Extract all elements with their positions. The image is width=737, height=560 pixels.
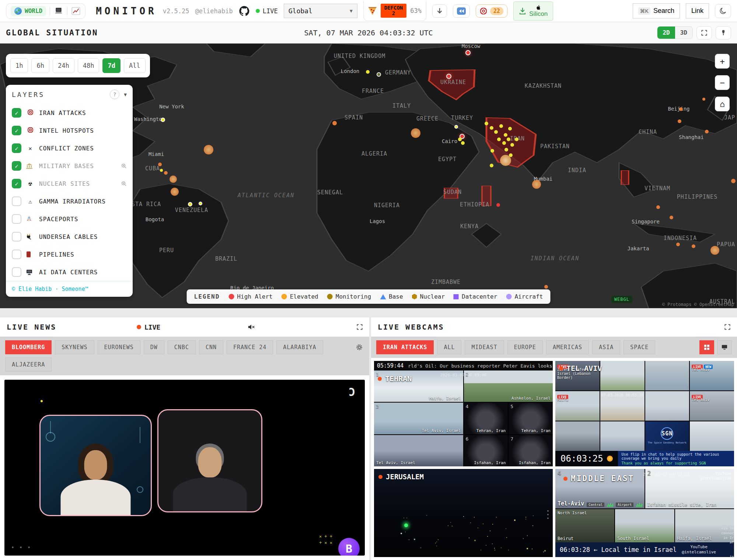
- layer-checkbox[interactable]: [12, 267, 21, 277]
- map-marker-yellow[interactable]: [497, 138, 501, 141]
- webcams-fullscreen-button[interactable]: [724, 323, 731, 331]
- layer-checkbox[interactable]: ✓: [12, 108, 21, 118]
- webcam-cell[interactable]: [690, 421, 734, 451]
- layer-item-pipelines[interactable]: PIPELINES: [6, 246, 133, 263]
- download-data-button[interactable]: [432, 4, 447, 18]
- layer-item-nuclear-sites[interactable]: ✓☢NUCLEAR SITES: [6, 175, 133, 192]
- map-marker-ringyellow[interactable]: [161, 118, 165, 122]
- author-handle[interactable]: @eliehabib: [195, 7, 233, 15]
- conflict-zone[interactable]: [482, 186, 491, 206]
- map-marker-yellow[interactable]: [458, 138, 462, 141]
- conflict-zone[interactable]: [444, 188, 458, 198]
- map-marker-yellow[interactable]: [502, 141, 506, 145]
- webcam-cell[interactable]: 3Tel Aviv, Israel: [374, 403, 463, 434]
- news-channel-cnbc[interactable]: CNBC: [168, 340, 196, 354]
- world-tab[interactable]: WORLD: [11, 6, 46, 16]
- map-marker-orange[interactable]: [676, 243, 680, 246]
- webcam-cell[interactable]: 7Isfahan, Iran: [509, 435, 553, 466]
- dark-mode-toggle[interactable]: [715, 4, 731, 18]
- layer-checkbox[interactable]: [12, 196, 21, 206]
- map-marker-yellow[interactable]: [504, 133, 507, 137]
- layer-item-spaceports[interactable]: SPACEPORTS: [6, 210, 133, 228]
- news-channel-bloomberg[interactable]: BLOOMBERG: [5, 340, 52, 354]
- map-marker-orange[interactable]: [731, 179, 736, 183]
- news-settings-button[interactable]: [355, 343, 363, 351]
- webcam-cell[interactable]: [600, 421, 645, 451]
- news-channel-cnn[interactable]: CNN: [199, 340, 223, 354]
- map-marker-yellow[interactable]: [504, 148, 508, 152]
- map-marker-elev[interactable]: [411, 128, 420, 138]
- news-channel-dw[interactable]: DW: [144, 340, 164, 354]
- news-fullscreen-button[interactable]: [356, 323, 363, 331]
- news-channel-alarabiya[interactable]: ALARABIYA: [276, 340, 323, 354]
- map-marker-highsm[interactable]: [496, 203, 500, 207]
- mute-button[interactable]: [247, 323, 255, 331]
- map-marker-yellow[interactable]: [490, 126, 493, 130]
- map-marker-yellow[interactable]: [461, 141, 465, 145]
- map-marker-orange[interactable]: [164, 171, 168, 175]
- map-marker-orange[interactable]: [656, 205, 660, 209]
- layer-item-conflict-zones[interactable]: ✓✕CONFLICT ZONES: [6, 139, 133, 157]
- webcam-cell[interactable]: 4Tehran, Iran: [464, 403, 508, 434]
- layer-item-ai-data-centers[interactable]: AI DATA CENTERS: [6, 263, 133, 281]
- map-marker-elev[interactable]: [171, 188, 179, 196]
- view-3d-button[interactable]: 3D: [675, 27, 692, 39]
- time-filter-24h[interactable]: 24h: [53, 58, 74, 73]
- map-marker-yellow[interactable]: [508, 127, 512, 131]
- zoom-in-button[interactable]: +: [715, 54, 730, 69]
- webcam-cell[interactable]: 6Isfahan, Iran: [464, 435, 508, 466]
- help-icon[interactable]: ?: [110, 90, 119, 99]
- webcam-tab-all[interactable]: ALL: [437, 340, 461, 354]
- webcam-cell[interactable]: LIVENEWTel Aviv: [690, 361, 734, 390]
- attack-alerts-chip[interactable]: 22: [476, 4, 507, 18]
- layer-checkbox[interactable]: ✓: [12, 126, 21, 135]
- layer-item-iran-attacks[interactable]: ✓IRAN ATTACKS: [6, 104, 133, 122]
- defcon-widget[interactable]: DEFCON 2 63%: [363, 1, 426, 21]
- rewind-button[interactable]: [453, 4, 470, 18]
- news-video-player[interactable]: Ɔ • • • ✕ + ++ ✕ ✕ B: [4, 380, 365, 556]
- webcam-cell[interactable]: [645, 361, 689, 390]
- map-marker-yellow[interactable]: [494, 130, 498, 134]
- map-marker-ringyellow[interactable]: [454, 125, 458, 129]
- webcam-tile-mideast[interactable]: 4 MIDDLE EAST 2026-03-07 06:03:21 YouTub…: [555, 469, 734, 557]
- webcam-cell[interactable]: North IsraelBeirut: [555, 509, 614, 542]
- map-marker-orange[interactable]: [670, 216, 673, 219]
- map-marker-yellow[interactable]: [507, 138, 510, 141]
- webcam-tab-iran-attacks[interactable]: IRAN ATTACKS: [376, 340, 434, 354]
- webcam-tab-americas[interactable]: AMERICAS: [546, 340, 589, 354]
- map-marker-yellow[interactable]: [366, 70, 370, 74]
- news-channel-euronews[interactable]: EURONEWS: [98, 340, 140, 354]
- layer-checkbox[interactable]: ✓: [12, 179, 21, 188]
- map-marker-yellow[interactable]: [490, 164, 493, 167]
- map-marker-yellow[interactable]: [510, 143, 514, 147]
- webcam-cell[interactable]: 5Tehran, Iran: [509, 403, 553, 434]
- map-marker-orange[interactable]: [544, 285, 548, 289]
- world-map[interactable]: MoscowUNITED KINGDOMLondonGERMANYFRANCEU…: [0, 44, 737, 308]
- webcam-tile-telaviv[interactable]: TEL AVIV LIVEZafet - Safed, Israel (Leba…: [555, 361, 734, 466]
- time-filter-all[interactable]: All: [124, 58, 146, 73]
- map-marker-orange[interactable]: [678, 119, 681, 123]
- map-marker-orange[interactable]: [705, 130, 709, 133]
- pin-button[interactable]: [716, 26, 731, 39]
- map-fullscreen-button[interactable]: [696, 26, 712, 39]
- layer-checkbox[interactable]: ✓: [12, 161, 21, 171]
- map-marker-elev[interactable]: [532, 180, 541, 189]
- search-button[interactable]: ⌘K Search: [633, 3, 680, 18]
- map-marker-elev[interactable]: [204, 145, 213, 154]
- map-marker-amber[interactable]: [500, 155, 511, 166]
- map-marker-yellow[interactable]: [499, 124, 503, 128]
- time-filter-6h[interactable]: 6h: [31, 58, 49, 73]
- map-marker-yellow[interactable]: [515, 138, 518, 141]
- collapse-icon[interactable]: ▼: [124, 92, 127, 97]
- chart-view-button[interactable]: [71, 7, 81, 15]
- webcam-tile-jerusalem[interactable]: JERUSALEM •••: [374, 469, 553, 557]
- webcam-cell[interactable]: Tel Aviv, Israel: [374, 435, 463, 466]
- layer-item-gamma-irradiators[interactable]: ⚠GAMMA IRRADIATORS: [6, 192, 133, 210]
- webcam-cell[interactable]: [645, 391, 689, 421]
- map-marker-ringdark[interactable]: [377, 72, 381, 77]
- news-channel-aljazeera[interactable]: ALJAZEERA: [5, 358, 52, 372]
- webcam-tab-mideast[interactable]: MIDEAST: [465, 340, 504, 354]
- grid-view-button[interactable]: [699, 340, 714, 354]
- map-marker-orange[interactable]: [332, 121, 337, 125]
- webcam-cell[interactable]: LIVETel Aviv: [690, 391, 734, 421]
